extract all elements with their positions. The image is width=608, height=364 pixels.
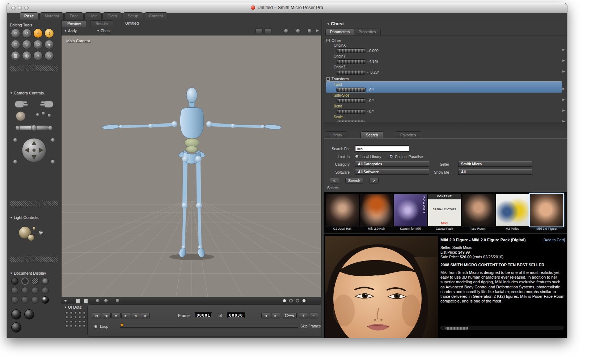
footer-disclosure-icon[interactable] bbox=[64, 300, 67, 302]
transport-last-frame-button[interactable]: |▶ bbox=[141, 313, 150, 318]
display-flat-shaded-icon[interactable] bbox=[21, 287, 29, 294]
ui-dot[interactable] bbox=[74, 316, 77, 319]
param-menu-arrow-icon[interactable]: ▶ bbox=[562, 59, 565, 62]
camera-controls-cluster[interactable] bbox=[10, 97, 58, 170]
local-library-radio[interactable] bbox=[355, 155, 359, 158]
light-controls-cluster[interactable] bbox=[15, 223, 47, 245]
display-hidden-line-icon[interactable] bbox=[42, 278, 49, 285]
param-label-originx[interactable]: OriginX bbox=[334, 43, 346, 47]
display-wireframe-icon[interactable] bbox=[31, 278, 39, 285]
search-button[interactable]: Search bbox=[345, 178, 363, 183]
param-label-scale[interactable]: Scale bbox=[334, 115, 343, 119]
panel-splitter[interactable] bbox=[321, 19, 324, 338]
seller-dropdown[interactable]: Smith Micro bbox=[458, 161, 532, 167]
figure-control-icon[interactable] bbox=[307, 29, 312, 33]
param-menu-arrow-icon[interactable]: ▶ bbox=[562, 98, 565, 101]
next-keyframe-button[interactable]: ▶ bbox=[271, 313, 280, 318]
translate-pull-tool[interactable]: + bbox=[33, 29, 43, 38]
twist-value[interactable]: 0 ° bbox=[370, 88, 374, 92]
multi-view-button[interactable] bbox=[264, 29, 271, 33]
originy-value[interactable]: 4.145 bbox=[370, 60, 379, 64]
disclosure-triangle-icon[interactable]: ▼ bbox=[327, 22, 330, 26]
disclosure-triangle-icon[interactable]: ▼ bbox=[10, 272, 13, 275]
disclosure-triangle-icon[interactable]: ▼ bbox=[10, 92, 13, 95]
search-result-m2-police[interactable]: M2 Police bbox=[496, 194, 529, 232]
display-smooth-lined-icon[interactable] bbox=[21, 296, 29, 304]
collapse-icon[interactable]: − bbox=[326, 77, 330, 81]
room-tab-cloth[interactable]: Cloth bbox=[102, 12, 122, 20]
total-frames-field[interactable]: 00030 bbox=[227, 312, 245, 318]
originz-dial[interactable] bbox=[336, 70, 366, 75]
disclosure-triangle-icon[interactable]: ▼ bbox=[10, 216, 13, 219]
show-me-dropdown[interactable]: All bbox=[458, 169, 532, 175]
collapse-icon[interactable]: − bbox=[326, 39, 330, 42]
ui-dot[interactable] bbox=[83, 320, 86, 323]
param-menu-arrow-icon[interactable]: ▶ bbox=[562, 109, 565, 112]
param-menu-arrow-icon[interactable]: ▶ bbox=[562, 69, 565, 73]
param-menu-arrow-icon[interactable]: ▶ bbox=[562, 48, 565, 51]
add-to-cart-link[interactable]: [Add to Cart] bbox=[544, 238, 565, 242]
tab-preview[interactable]: Preview bbox=[62, 20, 86, 27]
nav-dot-icon[interactable] bbox=[296, 299, 299, 302]
ui-dot[interactable] bbox=[79, 316, 81, 319]
ui-dot[interactable] bbox=[83, 312, 86, 314]
shadow-toggle-icon[interactable] bbox=[24, 309, 34, 319]
display-silhouette-icon[interactable] bbox=[11, 278, 18, 285]
software-dropdown[interactable]: All Software bbox=[355, 169, 429, 175]
bend-dial[interactable] bbox=[336, 109, 366, 114]
loop-toggle[interactable] bbox=[94, 325, 98, 329]
page-icon[interactable] bbox=[76, 299, 80, 304]
search-result-miki-hair[interactable]: Miki 2.0 Hair bbox=[360, 194, 393, 232]
room-tab-content[interactable]: Content bbox=[144, 12, 168, 20]
content-paradise-radio[interactable] bbox=[389, 155, 393, 158]
panel-expand-arrow[interactable]: ▶ bbox=[316, 29, 319, 32]
add-keyframe-button[interactable]: + bbox=[299, 313, 308, 318]
pan-control-icon[interactable] bbox=[296, 29, 300, 33]
display-outline-icon[interactable] bbox=[21, 278, 29, 285]
ui-dot[interactable] bbox=[70, 320, 73, 323]
param-label-originy[interactable]: OriginY bbox=[334, 54, 346, 58]
ui-dot[interactable] bbox=[66, 316, 68, 319]
search-result-face-room[interactable]: Face Room - bbox=[462, 194, 495, 232]
transport-prev-frame-button[interactable]: ◀| bbox=[102, 313, 111, 318]
scrollbar-handle[interactable] bbox=[445, 326, 468, 330]
display-cartoon-icon[interactable] bbox=[42, 287, 49, 294]
taper-tool[interactable]: ▽ bbox=[22, 40, 31, 49]
param-label-originz[interactable]: OriginZ bbox=[334, 65, 346, 69]
parameters-actor-title[interactable]: ▼Chest bbox=[327, 21, 344, 26]
translate-inout-tool[interactable]: ↕ bbox=[45, 29, 54, 38]
originy-dial[interactable] bbox=[336, 59, 366, 64]
param-label-side-side[interactable]: Side-Side bbox=[334, 93, 349, 97]
display-smooth-shaded-icon[interactable] bbox=[11, 296, 18, 304]
tab-render[interactable]: Render bbox=[90, 20, 113, 27]
param-label-bend[interactable]: Bend bbox=[334, 104, 342, 108]
orbit-control-icon[interactable] bbox=[284, 29, 288, 33]
search-result-g2-jessi-hair[interactable]: G2 Jessi Hair bbox=[326, 194, 359, 232]
timeline-position-marker[interactable] bbox=[120, 324, 124, 327]
titlebar[interactable]: Untitled – Smith Micro Poser Pro bbox=[7, 3, 567, 13]
ui-dot[interactable] bbox=[79, 325, 81, 327]
ui-dot[interactable] bbox=[74, 320, 77, 323]
tab-parameters[interactable]: Parameters bbox=[325, 29, 354, 35]
direct-manipulation-tool[interactable]: ◇ bbox=[45, 51, 54, 60]
display-flat-lined-icon[interactable] bbox=[31, 287, 39, 294]
actor-select-menu[interactable]: ▼Chest bbox=[97, 29, 110, 33]
morphing-tool[interactable]: ≈ bbox=[33, 51, 43, 60]
room-tab-hair[interactable]: Hair bbox=[84, 12, 102, 20]
prev-page-button[interactable]: < bbox=[330, 178, 339, 183]
nav-dot-icon[interactable] bbox=[302, 299, 306, 302]
page-stack-icon[interactable] bbox=[84, 299, 88, 304]
param-menu-arrow-icon[interactable]: ▶ bbox=[562, 87, 565, 90]
group-transform[interactable]: −Transform bbox=[326, 77, 349, 81]
room-tab-material[interactable]: Material bbox=[39, 12, 64, 20]
room-tab-pose[interactable]: Pose bbox=[19, 12, 39, 20]
transport-step-back-button[interactable]: ◀ bbox=[131, 313, 140, 318]
texture-ball-icon[interactable] bbox=[115, 299, 120, 303]
viewport-3d[interactable]: Main Camera bbox=[61, 35, 321, 297]
disclosure-triangle-icon[interactable]: ▼ bbox=[64, 306, 67, 309]
camera-view-button[interactable] bbox=[256, 29, 263, 33]
tab-favorites[interactable]: Favorites bbox=[395, 131, 421, 138]
edit-keyframes-button[interactable] bbox=[283, 313, 297, 318]
content-paradise-label[interactable]: Content Paradise bbox=[395, 155, 423, 159]
ui-dot[interactable] bbox=[74, 312, 77, 314]
